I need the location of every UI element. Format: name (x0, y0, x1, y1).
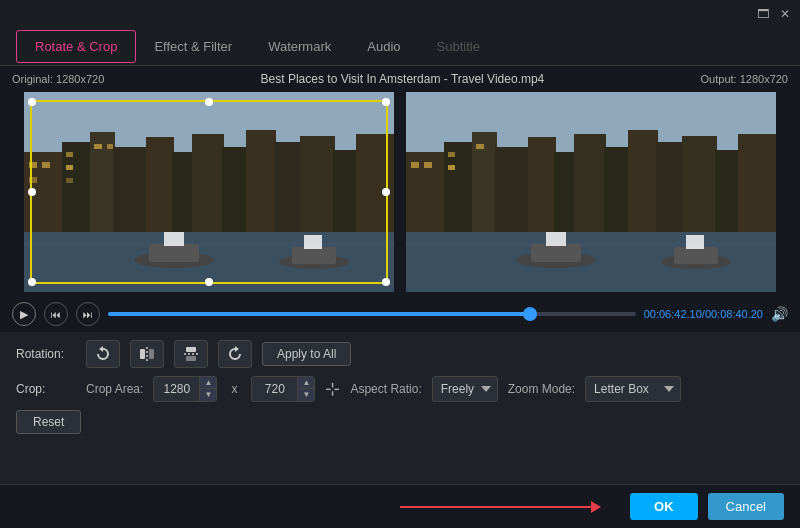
svg-rect-28 (164, 232, 184, 246)
svg-rect-31 (304, 235, 322, 249)
tab-audio[interactable]: Audio (349, 31, 418, 62)
svg-rect-58 (674, 247, 718, 264)
svg-rect-15 (29, 162, 37, 168)
width-down-button[interactable]: ▼ (200, 389, 216, 401)
output-preview (406, 92, 776, 292)
svg-rect-48 (424, 162, 432, 168)
tabs-container: Rotate & Crop Effect & Filter Watermark … (0, 28, 800, 66)
timeline-area: ▶ ⏮ ⏭ 00:06:42.10/00:08:40.20 🔊 (0, 296, 800, 332)
prev-frame-button[interactable]: ⏮ (44, 302, 68, 326)
crop-label: Crop: (16, 382, 76, 396)
svg-rect-63 (186, 347, 196, 352)
flip-vertical-button[interactable] (174, 340, 208, 368)
crop-area-label: Crop Area: (86, 382, 143, 396)
svg-rect-16 (42, 162, 50, 168)
cancel-button[interactable]: Cancel (708, 493, 784, 520)
output-resolution: Output: 1280x720 (701, 73, 788, 85)
x-separator: x (227, 382, 241, 396)
width-spinners: ▲ ▼ (199, 377, 216, 401)
reset-row: Reset (16, 410, 784, 434)
height-input[interactable]: 720 (252, 382, 297, 396)
aspect-ratio-select[interactable]: Freely 16:9 4:3 1:1 (432, 376, 498, 402)
tab-effect-filter[interactable]: Effect & Filter (136, 31, 250, 62)
svg-rect-20 (66, 178, 73, 183)
tab-watermark[interactable]: Watermark (250, 31, 349, 62)
crop-row: Crop: Crop Area: 1280 ▲ ▼ x 720 ▲ ▼ ⊹ As… (16, 376, 784, 402)
play-button[interactable]: ▶ (12, 302, 36, 326)
svg-rect-64 (186, 356, 196, 361)
previews-row (12, 92, 788, 292)
output-video-frame (406, 92, 776, 292)
svg-rect-50 (448, 165, 455, 170)
svg-rect-27 (149, 244, 199, 262)
title-bar: 🗖 ✕ (0, 0, 800, 28)
controls-area: Rotation: Apply to All (0, 332, 800, 442)
height-up-button[interactable]: ▲ (298, 377, 314, 389)
svg-rect-61 (149, 349, 154, 359)
bottom-bar: OK Cancel (0, 484, 800, 528)
progress-fill (108, 312, 530, 316)
svg-rect-19 (66, 165, 73, 170)
close-button[interactable]: ✕ (778, 7, 792, 21)
video-info-bar: Original: 1280x720 Best Places to Visit … (12, 70, 788, 88)
apply-all-button[interactable]: Apply to All (262, 342, 351, 366)
rotate-left-button[interactable] (86, 340, 120, 368)
zoom-mode-label: Zoom Mode: (508, 382, 575, 396)
tab-rotate-crop[interactable]: Rotate & Crop (16, 30, 136, 63)
crosshair-icon: ⊹ (325, 378, 340, 400)
svg-rect-18 (66, 152, 73, 157)
video-area: Original: 1280x720 Best Places to Visit … (0, 66, 800, 296)
svg-rect-47 (411, 162, 419, 168)
original-resolution: Original: 1280x720 (12, 73, 104, 85)
progress-thumb (523, 307, 537, 321)
next-frame-button[interactable]: ⏭ (76, 302, 100, 326)
height-spinners: ▲ ▼ (297, 377, 314, 401)
width-input-group: 1280 ▲ ▼ (153, 376, 217, 402)
rotation-label: Rotation: (16, 347, 76, 361)
height-down-button[interactable]: ▼ (298, 389, 314, 401)
arrow-indicator (16, 506, 620, 508)
aspect-ratio-label: Aspect Ratio: (350, 382, 421, 396)
height-input-group: 720 ▲ ▼ (251, 376, 315, 402)
svg-rect-59 (686, 235, 704, 249)
width-up-button[interactable]: ▲ (200, 377, 216, 389)
progress-bar[interactable] (108, 312, 636, 316)
ok-button[interactable]: OK (630, 493, 698, 520)
video-filename: Best Places to Visit In Amsterdam - Trav… (261, 72, 545, 86)
reset-button[interactable]: Reset (16, 410, 81, 434)
minimize-button[interactable]: 🗖 (756, 7, 770, 21)
volume-icon[interactable]: 🔊 (771, 306, 788, 322)
svg-rect-30 (292, 247, 336, 264)
rotation-row: Rotation: Apply to All (16, 340, 784, 368)
input-preview (24, 92, 394, 292)
arrow-line (400, 506, 600, 508)
svg-rect-53 (406, 242, 776, 247)
svg-rect-51 (476, 144, 484, 149)
svg-rect-55 (531, 244, 581, 262)
svg-rect-21 (94, 144, 102, 149)
svg-rect-49 (448, 152, 455, 157)
svg-rect-17 (29, 177, 37, 183)
svg-rect-56 (546, 232, 566, 246)
flip-horizontal-button[interactable] (130, 340, 164, 368)
output-canvas (406, 92, 776, 292)
tab-subtitle: Subtitle (419, 31, 498, 62)
input-video-frame (24, 92, 394, 292)
svg-rect-24 (24, 242, 394, 247)
svg-rect-60 (140, 349, 145, 359)
rotate-down-button[interactable] (218, 340, 252, 368)
zoom-mode-select[interactable]: Letter Box Pan & Scan Full (585, 376, 681, 402)
svg-rect-22 (107, 144, 113, 149)
input-canvas (24, 92, 394, 292)
time-display: 00:06:42.10/00:08:40.20 (644, 308, 763, 320)
width-input[interactable]: 1280 (154, 382, 199, 396)
